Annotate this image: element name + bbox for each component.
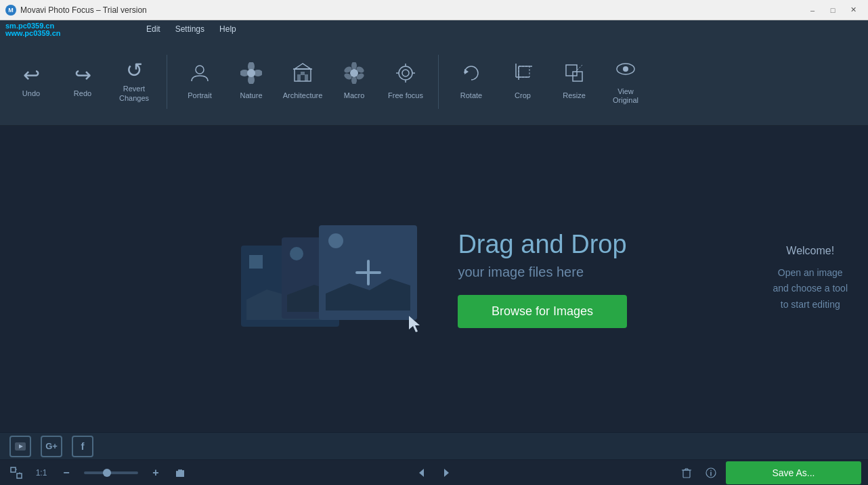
- toolbar-resize[interactable]: Resize: [550, 45, 599, 119]
- svg-rect-44: [11, 467, 16, 472]
- architecture-label: Architecture: [283, 91, 323, 100]
- free-focus-label: Free focus: [388, 91, 423, 100]
- portrait-label: Portrait: [188, 91, 211, 100]
- svg-marker-11: [295, 64, 311, 69]
- zoom-out-button[interactable]: −: [57, 463, 76, 482]
- drop-text: Drag and Drop your image files here Brow…: [458, 230, 626, 328]
- app-icon: M: [5, 5, 16, 16]
- main-content: Drag and Drop your image files here Brow…: [0, 126, 868, 432]
- svg-rect-30: [519, 66, 529, 77]
- status-center: [412, 463, 456, 482]
- image-placeholder: [241, 225, 417, 333]
- macro-icon: [343, 62, 365, 87]
- title-bar-left: M Movavi Photo Focus – Trial version: [5, 5, 147, 16]
- architecture-icon: [292, 62, 313, 87]
- facebook-icon[interactable]: f: [72, 436, 93, 457]
- prev-image-button[interactable]: [412, 463, 431, 482]
- toolbar-undo[interactable]: ↩ Undo: [7, 45, 56, 119]
- menu-help[interactable]: Help: [213, 22, 243, 36]
- zoom-slider-thumb: [103, 469, 111, 477]
- portrait-icon: [189, 62, 211, 87]
- img-front: [319, 225, 417, 320]
- rotate-label: Rotate: [460, 91, 482, 100]
- watermark: sm.pc0359.cn www.pc0359.cn: [3, 22, 138, 37]
- close-button[interactable]: ✕: [844, 3, 863, 17]
- free-focus-icon: [395, 62, 416, 87]
- drag-drop-title: Drag and Drop: [458, 230, 626, 259]
- title-text: Movavi Photo Focus – Trial version: [20, 5, 147, 15]
- toolbar-redo[interactable]: ↪ Redo: [58, 45, 107, 119]
- hand-tool-button[interactable]: [171, 463, 190, 482]
- browse-for-images-button[interactable]: Browse for Images: [458, 295, 626, 328]
- svg-point-13: [351, 62, 357, 70]
- crop-label: Crop: [515, 91, 531, 100]
- revert-label: RevertChanges: [119, 85, 149, 102]
- maximize-button[interactable]: □: [823, 3, 842, 17]
- svg-point-0: [196, 66, 204, 74]
- welcome-title: Welcome!: [773, 245, 848, 257]
- svg-marker-53: [419, 469, 424, 477]
- undo-icon: ↩: [23, 65, 40, 85]
- svg-rect-8: [305, 74, 308, 81]
- toolbar-rotate[interactable]: Rotate: [447, 45, 496, 119]
- separator-1: [167, 55, 167, 109]
- toolbar-revert[interactable]: ↺ RevertChanges: [110, 45, 158, 119]
- svg-point-62: [710, 469, 712, 471]
- svg-point-20: [402, 70, 409, 76]
- nature-icon: [240, 62, 262, 87]
- svg-point-2: [248, 62, 255, 71]
- resize-label: Resize: [563, 91, 586, 100]
- next-image-button[interactable]: [437, 463, 456, 482]
- toolbar-free-focus[interactable]: Free focus: [381, 45, 430, 119]
- toolbar-architecture[interactable]: Architecture: [278, 45, 327, 119]
- menu-edit[interactable]: Edit: [139, 22, 167, 36]
- zoom-in-button[interactable]: +: [146, 463, 165, 482]
- menu-settings[interactable]: Settings: [169, 22, 211, 36]
- macro-label: Macro: [344, 91, 365, 100]
- svg-rect-45: [17, 474, 22, 478]
- svg-marker-54: [444, 469, 449, 477]
- toolbar-macro[interactable]: Macro: [330, 45, 378, 119]
- svg-rect-7: [297, 74, 301, 81]
- svg-point-16: [351, 76, 357, 84]
- view-original-icon: [615, 58, 636, 83]
- crop-icon: [512, 62, 534, 87]
- zoom-slider[interactable]: [84, 471, 138, 474]
- delete-button[interactable]: [677, 463, 696, 482]
- nature-label: Nature: [240, 91, 262, 100]
- svg-rect-52: [176, 476, 184, 477]
- drop-content: Drag and Drop your image files here Brow…: [241, 225, 626, 333]
- googleplus-icon[interactable]: G+: [41, 436, 62, 457]
- welcome-panel: Welcome! Open an imageand choose a toolt…: [773, 245, 848, 313]
- redo-icon: ↪: [74, 65, 91, 85]
- window-controls: – □ ✕: [803, 3, 863, 17]
- svg-point-4: [248, 75, 255, 84]
- toolbar-crop[interactable]: Crop: [498, 45, 547, 119]
- fit-view-button[interactable]: [7, 463, 26, 482]
- separator-2: [438, 55, 439, 109]
- revert-icon: ↺: [126, 60, 143, 80]
- svg-marker-41: [409, 316, 420, 332]
- social-bar: G+ f: [0, 432, 868, 459]
- status-left: 1:1 − +: [7, 463, 677, 482]
- toolbar-view-original[interactable]: ViewOriginal: [601, 45, 650, 119]
- watermark-url: www.pc0359.cn: [5, 29, 61, 37]
- minimize-button[interactable]: –: [803, 3, 822, 17]
- youtube-icon[interactable]: [9, 436, 31, 457]
- drop-zone: Drag and Drop your image files here Brow…: [241, 225, 626, 333]
- zoom-display: 1:1: [31, 463, 51, 482]
- drag-drop-subtitle: your image files here: [458, 264, 626, 280]
- svg-marker-25: [464, 69, 469, 74]
- svg-point-5: [240, 70, 249, 76]
- toolbar-portrait[interactable]: Portrait: [175, 45, 224, 119]
- toolbar-nature[interactable]: Nature: [227, 45, 276, 119]
- undo-label: Undo: [22, 89, 40, 98]
- svg-point-35: [623, 66, 628, 72]
- save-as-button[interactable]: Save As...: [726, 461, 861, 484]
- status-bar: 1:1 − +: [0, 459, 868, 485]
- toolbar: ↩ Undo ↪ Redo ↺ RevertChanges Portrait: [0, 38, 868, 126]
- svg-rect-32: [573, 72, 582, 81]
- info-button[interactable]: [701, 463, 720, 482]
- welcome-text: Open an imageand choose a toolto start e…: [773, 265, 848, 313]
- svg-point-3: [253, 70, 262, 76]
